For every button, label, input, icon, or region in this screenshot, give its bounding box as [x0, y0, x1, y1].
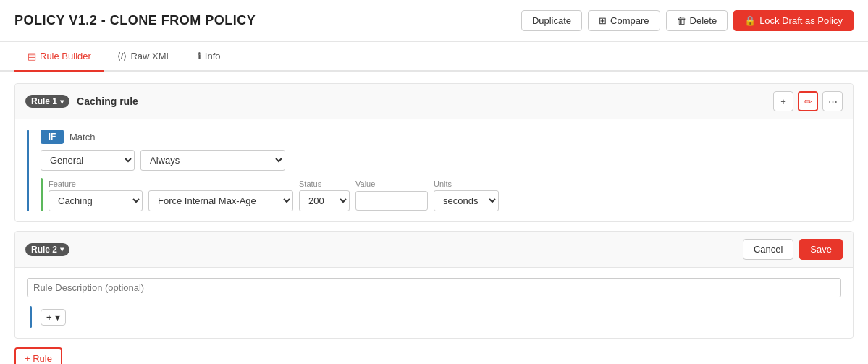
force-max-age-select[interactable]: Force Internal Max-Age	[148, 190, 293, 211]
force-label-col	[148, 178, 293, 189]
rule-1-body: IF Match General Always	[15, 119, 853, 221]
rule-1-chevron-icon[interactable]: ▾	[60, 98, 64, 106]
if-section: IF Match General Always	[27, 130, 841, 211]
green-indicator	[41, 178, 43, 211]
add-rule-button[interactable]: + Rule	[14, 347, 62, 364]
tab-info[interactable]: ℹ Info	[185, 42, 234, 72]
feature-section: Feature Status Value Units	[41, 178, 841, 211]
rule-2-header-left: Rule 2 ▾	[25, 243, 69, 256]
page-header: POLICY V1.2 - CLONE FROM POLICY Duplicat…	[0, 0, 868, 42]
add-condition-row: + ▾	[27, 306, 841, 328]
duplicate-button[interactable]: Duplicate	[521, 10, 582, 31]
main-content: Rule 1 ▾ Caching rule + ✏ ⋯ IF Match	[0, 72, 868, 364]
add-rule-label: + Rule	[25, 353, 52, 364]
if-match-row: IF Match	[41, 130, 841, 144]
code-icon: ⟨/⟩	[117, 51, 127, 62]
tabs-container: ▤ Rule Builder ⟨/⟩ Raw XML ℹ Info	[0, 42, 868, 72]
cancel-button[interactable]: Cancel	[743, 239, 793, 260]
rule-1-actions: + ✏ ⋯	[773, 91, 843, 111]
add-condition-button-rule2[interactable]: + ▾	[41, 309, 66, 326]
feature-label: Feature	[49, 178, 143, 189]
add-condition-button[interactable]: +	[773, 91, 793, 111]
rule-1-header-left: Rule 1 ▾ Caching rule	[25, 95, 138, 108]
trash-icon: 🗑	[677, 15, 686, 26]
units-select[interactable]: seconds	[434, 190, 499, 211]
edit-rule-button[interactable]: ✏	[798, 91, 818, 111]
rule-2-badge: Rule 2 ▾	[25, 243, 69, 256]
match-label: Match	[69, 132, 95, 143]
lock-icon: 🔒	[744, 15, 756, 26]
caching-feature-select[interactable]: Caching	[49, 190, 143, 211]
general-select[interactable]: General	[41, 150, 135, 171]
status-label: Status	[299, 178, 350, 189]
compare-icon: ⊞	[599, 15, 607, 26]
if-label: IF	[41, 130, 64, 144]
rule-2-block: Rule 2 ▾ Cancel Save + ▾	[14, 231, 854, 339]
rule-2-actions: Cancel Save	[743, 239, 843, 260]
tab-rule-builder[interactable]: ▤ Rule Builder	[14, 42, 104, 72]
info-icon: ℹ	[198, 51, 201, 62]
general-always-row: General Always	[41, 150, 841, 171]
rule-2-body: + ▾	[15, 268, 853, 338]
lock-draft-button[interactable]: 🔒 Lock Draft as Policy	[733, 10, 854, 31]
feature-inputs-row: Caching Force Internal Max-Age 200 300	[49, 190, 841, 211]
rule-2-chevron-icon[interactable]: ▾	[60, 245, 64, 253]
compare-button[interactable]: ⊞ Compare	[588, 10, 660, 31]
feature-labels-row: Feature Status Value Units	[49, 178, 841, 189]
tab-raw-xml[interactable]: ⟨/⟩ Raw XML	[104, 42, 185, 72]
plus-icon: +	[46, 312, 52, 323]
rule-1-block: Rule 1 ▾ Caching rule + ✏ ⋯ IF Match	[14, 83, 854, 222]
value-label: Value	[355, 178, 428, 189]
page-title: POLICY V1.2 - CLONE FROM POLICY	[14, 13, 256, 28]
always-select[interactable]: Always	[140, 150, 285, 171]
save-button[interactable]: Save	[799, 239, 843, 260]
blue-bar-rule2	[30, 306, 32, 328]
status-select[interactable]: 200	[299, 190, 350, 211]
rule-2-header: Rule 2 ▾ Cancel Save	[15, 232, 853, 268]
rule-description-input[interactable]	[27, 278, 841, 297]
more-options-button[interactable]: ⋯	[822, 91, 843, 111]
add-rule-container: + Rule	[14, 347, 854, 364]
header-actions: Duplicate ⊞ Compare 🗑 Delete 🔒 Lock Draf…	[521, 10, 854, 31]
delete-button[interactable]: 🗑 Delete	[666, 10, 728, 31]
plus-dropdown-icon: ▾	[55, 312, 60, 323]
table-icon: ▤	[28, 51, 36, 62]
rule-1-header: Rule 1 ▾ Caching rule + ✏ ⋯	[15, 84, 853, 119]
feature-content: Feature Status Value Units	[49, 178, 841, 211]
value-input[interactable]: 300	[355, 191, 428, 211]
if-content: IF Match General Always	[41, 130, 841, 211]
rule-1-badge: Rule 1 ▾	[25, 95, 69, 108]
units-label: Units	[434, 178, 499, 189]
blue-indicator	[27, 130, 29, 211]
rule-1-title: Caching rule	[77, 96, 138, 107]
